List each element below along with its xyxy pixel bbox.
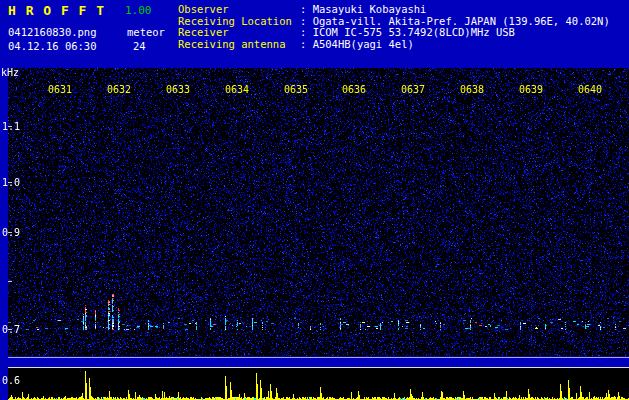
app-title: H R O F F T: [8, 3, 105, 18]
signal-level-canvas: [8, 368, 629, 400]
freq-label: 1.0: [2, 177, 20, 188]
freq-unit-label: kHz: [1, 67, 19, 78]
info-row-antenna: Receiving antenna: A504HB(yagi 4el): [178, 39, 610, 51]
freq-label: 0.9: [2, 227, 20, 238]
signal-level-panel: [8, 368, 629, 400]
observation-datetime: 04.12.16 06:30: [8, 40, 97, 52]
info-value: : A504HB(yagi 4el): [300, 38, 414, 50]
info-value: : ICOM IC-575 53.7492(8LCD)MHz USB: [300, 26, 515, 38]
spectrogram-bottom-line: [8, 357, 629, 358]
spectrogram-canvas: [8, 68, 629, 356]
hrofft-screen: H R O F F T 1.00 0412160830.png meteor 0…: [0, 0, 629, 400]
info-value: : Masayuki Kobayashi: [300, 3, 426, 15]
info-label: Observer: [178, 4, 300, 16]
freq-label: 1.1: [2, 121, 20, 132]
info-value: : Ogata-vill. Akita-Pref. JAPAN (139.96E…: [300, 15, 610, 27]
echo-count: 24: [133, 40, 146, 52]
freq-label-bottom: 0.6: [2, 375, 20, 386]
observer-info-block: Observer: Masayuki Kobayashi Receiving L…: [178, 4, 610, 50]
mode-label: meteor: [127, 26, 165, 38]
info-label: Receiving antenna: [178, 39, 300, 51]
app-version: 1.00: [125, 4, 152, 17]
spectrogram-panel: 0631 0632 0633 0634 0635 0636 0637 0638 …: [8, 68, 629, 356]
freq-label: 0.7: [2, 324, 20, 335]
output-filename: 0412160830.png: [8, 26, 97, 38]
